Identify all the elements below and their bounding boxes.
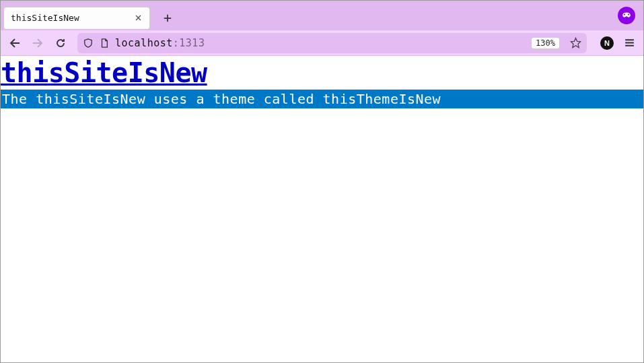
- hamburger-menu-icon[interactable]: [619, 33, 639, 53]
- back-button[interactable]: [5, 33, 25, 53]
- url-text: localhost:1313: [115, 37, 526, 49]
- svg-marker-0: [571, 38, 580, 47]
- extension-badge[interactable]: N: [600, 36, 614, 50]
- forward-button[interactable]: [28, 33, 48, 53]
- page-icon: [99, 38, 110, 48]
- browser-toolbar: localhost:1313 130% N: [1, 30, 643, 56]
- new-tab-button[interactable]: [158, 9, 177, 28]
- tab-title: thisSiteIsNew: [11, 13, 132, 23]
- page-title-link[interactable]: thisSiteIsNew: [1, 57, 643, 88]
- tab-close-icon[interactable]: [132, 12, 144, 24]
- url-host: localhost: [115, 37, 173, 49]
- bookmark-star-icon[interactable]: [567, 34, 584, 52]
- shield-icon[interactable]: [83, 38, 94, 48]
- address-bar[interactable]: localhost:1313 130%: [77, 33, 587, 53]
- page-viewport: thisSiteIsNew The thisSiteIsNew uses a t…: [1, 56, 643, 363]
- tab-strip: thisSiteIsNew: [1, 1, 643, 30]
- url-port: :1313: [173, 37, 205, 49]
- reload-button[interactable]: [50, 33, 71, 53]
- page-subheading-bar: The thisSiteIsNew uses a theme called th…: [1, 90, 643, 108]
- toolbar-right-group: N: [596, 33, 639, 53]
- browser-tab-active[interactable]: thisSiteIsNew: [3, 7, 150, 30]
- zoom-indicator[interactable]: 130%: [531, 37, 560, 49]
- private-browsing-icon[interactable]: [618, 7, 635, 24]
